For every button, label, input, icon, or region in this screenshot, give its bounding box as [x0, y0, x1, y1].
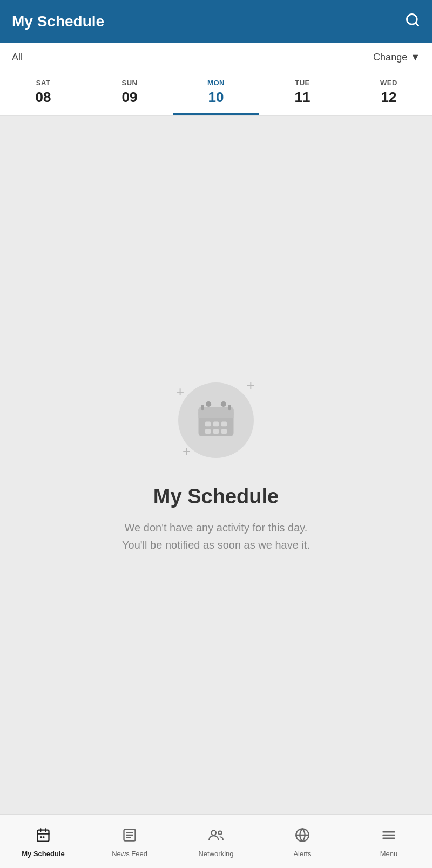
empty-state-subtitle: We don't have any activity for this day.…	[122, 519, 310, 553]
nav-label-my-schedule: My Schedule	[22, 850, 64, 858]
svg-point-25	[211, 830, 216, 835]
page-title: My Schedule	[12, 13, 104, 30]
calendar-icon	[194, 399, 238, 442]
main-content: + + + My Schedule We don't ha	[0, 116, 432, 814]
people-nav-icon	[208, 828, 224, 846]
svg-point-5	[206, 401, 211, 407]
nav-label-networking: Networking	[198, 850, 233, 858]
svg-point-6	[221, 401, 226, 407]
nav-item-menu[interactable]: Menu	[346, 815, 432, 868]
chevron-down-icon: ▼	[410, 52, 420, 63]
svg-rect-12	[205, 429, 211, 434]
svg-rect-7	[201, 405, 204, 410]
nav-label-menu: Menu	[380, 850, 398, 858]
day-item-mon[interactable]: MON 10	[173, 72, 259, 115]
svg-rect-13	[213, 429, 219, 434]
filter-bar: All Change ▼	[0, 43, 432, 72]
svg-rect-20	[43, 836, 45, 838]
empty-state-icon: + + +	[173, 377, 259, 463]
day-item-sat[interactable]: SAT 08	[0, 72, 86, 115]
change-filter-button[interactable]: Change ▼	[373, 52, 420, 63]
news-nav-icon	[122, 828, 137, 846]
day-item-sun[interactable]: SUN 09	[86, 72, 173, 115]
calendar-nav-icon	[36, 828, 51, 846]
nav-item-news-feed[interactable]: News Feed	[86, 815, 173, 868]
plus-decoration-top-right: +	[247, 378, 255, 392]
day-item-tue[interactable]: TUE 11	[259, 72, 346, 115]
svg-rect-8	[228, 405, 231, 410]
svg-line-1	[415, 23, 418, 25]
nav-item-my-schedule[interactable]: My Schedule	[0, 815, 86, 868]
nav-label-news-feed: News Feed	[112, 850, 147, 858]
svg-rect-10	[213, 421, 219, 426]
svg-rect-4	[199, 412, 234, 418]
day-item-wed[interactable]: WED 12	[346, 72, 432, 115]
globe-nav-icon	[295, 828, 310, 846]
day-selector: SAT 08 SUN 09 MON 10 TUE 11 WED 12	[0, 72, 432, 116]
plus-decoration-top-left: +	[176, 385, 184, 399]
nav-label-alerts: Alerts	[293, 850, 311, 858]
empty-state-title: My Schedule	[153, 485, 279, 508]
svg-rect-9	[205, 421, 211, 426]
filter-all-label: All	[12, 52, 23, 63]
svg-rect-15	[38, 830, 49, 841]
search-icon[interactable]	[405, 12, 420, 31]
bottom-navigation: My Schedule News Feed Networking	[0, 814, 432, 868]
app-header: My Schedule	[0, 0, 432, 43]
plus-decoration-bottom-left: +	[183, 444, 191, 458]
nav-item-alerts[interactable]: Alerts	[259, 815, 346, 868]
svg-point-26	[218, 831, 221, 834]
menu-nav-icon	[381, 828, 396, 846]
svg-rect-19	[40, 836, 42, 838]
svg-rect-14	[221, 429, 227, 434]
svg-rect-11	[221, 421, 227, 426]
nav-item-networking[interactable]: Networking	[173, 815, 259, 868]
